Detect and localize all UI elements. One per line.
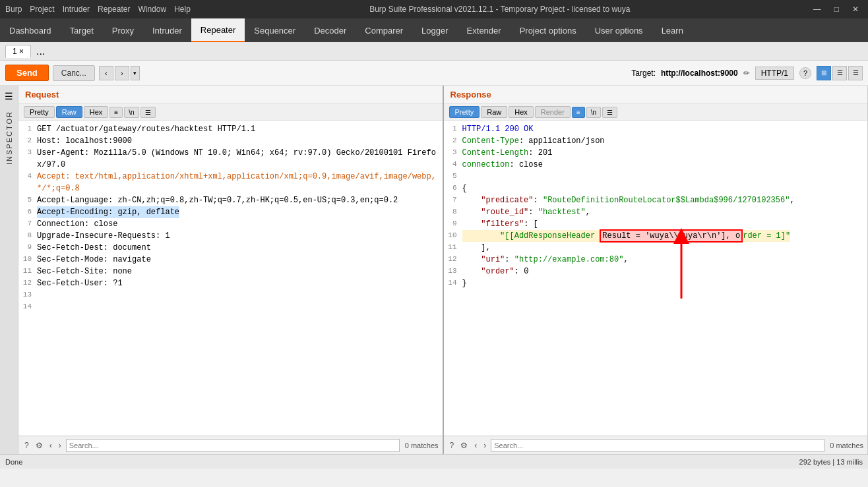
table-row: 3 Content-Length: 201 — [444, 147, 868, 159]
target-url: http://localhost:9000 — [661, 69, 738, 78]
request-help-icon[interactable]: ? — [22, 440, 31, 451]
table-row: 13 — [18, 289, 443, 301]
table-row: 5 Accept-Language: zh-CN,zh;q=0.8,zh-TW;… — [18, 194, 443, 206]
response-menu-btn[interactable]: ☰ — [602, 107, 617, 118]
request-prev-icon[interactable]: ‹ — [47, 440, 54, 451]
request-pretty-btn[interactable]: Pretty — [24, 106, 55, 118]
request-next-icon[interactable]: › — [57, 440, 63, 451]
tab-overflow[interactable]: ... — [34, 45, 47, 57]
response-render-btn[interactable]: Render — [535, 106, 571, 118]
table-row: 7 "predicate": "RouteDefinitionRouteLoca… — [444, 194, 868, 206]
response-match-count: 0 matches — [830, 442, 863, 449]
response-format-tabs: Pretty Raw Hex Render ≡ \n ☰ — [444, 104, 868, 121]
request-search-bar: ? ⚙ ‹ › 0 matches — [18, 436, 443, 454]
response-help-icon[interactable]: ? — [448, 440, 456, 451]
table-row: 14 } — [444, 277, 868, 289]
inspector-menu-icon[interactable]: ☰ — [5, 91, 13, 101]
target-info: Target: http://localhost:9000 ✏ HTTP/1 ?… — [631, 66, 863, 80]
request-newline-btn[interactable]: \n — [124, 107, 139, 118]
nav-dropdown-button[interactable]: ▾ — [131, 66, 140, 80]
nav-decoder[interactable]: Decoder — [305, 18, 356, 42]
nav-proxy[interactable]: Proxy — [103, 18, 143, 42]
response-header: Response — [444, 86, 868, 104]
nav-intruder[interactable]: Intruder — [143, 18, 191, 42]
status-bytes: 292 bytes | 13 millis — [799, 458, 863, 466]
title-bar: Burp Project Intruder Repeater Window He… — [0, 0, 868, 18]
request-settings-icon[interactable]: ⚙ — [34, 440, 45, 451]
send-button[interactable]: Send — [5, 65, 49, 81]
menu-intruder[interactable]: Intruder — [63, 5, 90, 14]
request-header: Request — [18, 86, 443, 104]
nav-sequencer[interactable]: Sequencer — [245, 18, 305, 42]
help-button[interactable]: ? — [799, 67, 811, 79]
request-hex-btn[interactable]: Hex — [84, 106, 109, 118]
nav-forward-button[interactable]: › — [115, 66, 129, 80]
inspector-panel: ☰ INSPECTOR — [0, 86, 18, 454]
view-mode-horizontal[interactable]: ☰ — [832, 66, 847, 80]
table-row: 6 { — [444, 183, 868, 194]
table-row: 10 Sec-Fetch-Mode: navigate — [18, 254, 443, 266]
table-row: 1 HTTP/1.1 200 OK — [444, 123, 868, 135]
nav-repeater[interactable]: Repeater — [191, 18, 245, 42]
menu-project[interactable]: Project — [30, 5, 54, 14]
table-row: 4 connection: close — [444, 159, 868, 171]
cancel-button[interactable]: Canc... — [53, 65, 95, 81]
request-raw-btn[interactable]: Raw — [56, 106, 82, 118]
view-mode-vertical[interactable]: ☰ — [848, 66, 863, 80]
response-prev-icon[interactable]: ‹ — [472, 440, 479, 451]
nav-target[interactable]: Target — [61, 18, 103, 42]
table-row: 13 "order": 0 — [444, 266, 868, 277]
nav-comparer[interactable]: Comparer — [356, 18, 412, 42]
response-format-icon[interactable]: ≡ — [572, 107, 585, 118]
response-editor[interactable]: 1 HTTP/1.1 200 OK 2 Content-Type: applic… — [444, 121, 868, 436]
response-hex-btn[interactable]: Hex — [509, 106, 534, 118]
nav-project-options[interactable]: Project options — [511, 18, 586, 42]
table-row: 11 ], — [444, 242, 868, 254]
repeater-tab-1[interactable]: 1 × — [5, 45, 31, 58]
response-settings-icon[interactable]: ⚙ — [458, 440, 470, 451]
table-row: 8 "route_id": "hacktest", — [444, 206, 868, 218]
nav-logger[interactable]: Logger — [412, 18, 457, 42]
response-search-input[interactable] — [491, 439, 824, 452]
nav-extender[interactable]: Extender — [458, 18, 511, 42]
table-row: 6 Accept-Encoding: gzip, deflate — [18, 206, 443, 218]
table-row: 7 Connection: close — [18, 218, 443, 230]
nav-user-options[interactable]: User options — [586, 18, 652, 42]
menu-window[interactable]: Window — [138, 5, 166, 14]
menu-help[interactable]: Help — [174, 5, 191, 14]
target-label: Target: — [631, 69, 656, 78]
response-panel: Response Pretty Raw Hex Render ≡ \n ☰ 1 … — [444, 86, 869, 454]
minimize-button[interactable]: — — [809, 3, 825, 15]
table-row: 11 Sec-Fetch-Site: none — [18, 266, 443, 277]
request-format-tabs: Pretty Raw Hex ≡ \n ☰ — [18, 104, 443, 121]
menu-repeater[interactable]: Repeater — [98, 5, 130, 14]
menu-burp[interactable]: Burp — [5, 5, 22, 14]
table-row: 10 "[[AddResponseHeader Result = 'wuya\\… — [444, 230, 868, 242]
view-mode-buttons: ⊞ ☰ ☰ — [817, 66, 863, 80]
edit-target-icon[interactable]: ✏ — [743, 69, 750, 78]
nav-learn[interactable]: Learn — [652, 18, 693, 42]
close-button[interactable]: ✕ — [848, 3, 863, 15]
status-bar: Done 292 bytes | 13 millis — [0, 454, 868, 469]
response-pretty-btn[interactable]: Pretty — [449, 106, 480, 118]
maximize-button[interactable]: □ — [830, 3, 843, 15]
response-raw-btn[interactable]: Raw — [481, 106, 507, 118]
request-menu-btn[interactable]: ☰ — [140, 107, 156, 118]
response-next-icon[interactable]: › — [481, 440, 488, 451]
request-editor[interactable]: 1 GET /actuator/gateway/routes/hacktest … — [18, 121, 443, 436]
view-mode-split-vertical[interactable]: ⊞ — [817, 66, 831, 80]
request-match-count: 0 matches — [405, 442, 439, 449]
table-row: 1 GET /actuator/gateway/routes/hacktest … — [18, 123, 443, 135]
response-search-bar: ? ⚙ ‹ › 0 matches — [444, 436, 868, 454]
nav-dashboard[interactable]: Dashboard — [0, 18, 61, 42]
request-search-input[interactable] — [66, 439, 400, 452]
response-newline-btn[interactable]: \n — [586, 107, 601, 118]
request-panel: Request Pretty Raw Hex ≡ \n ☰ 1 GET /act… — [18, 86, 444, 454]
tab-bar: 1 × ... — [0, 42, 868, 61]
http-version-selector[interactable]: HTTP/1 — [755, 67, 794, 80]
panels-container: ☰ INSPECTOR Request Pretty Raw Hex ≡ \n … — [0, 86, 868, 454]
table-row: 9 "filters": [ — [444, 218, 868, 230]
table-row: 2 Host: localhost:9000 — [18, 135, 443, 147]
nav-back-button[interactable]: ‹ — [99, 66, 113, 80]
request-format-icon[interactable]: ≡ — [109, 107, 123, 118]
